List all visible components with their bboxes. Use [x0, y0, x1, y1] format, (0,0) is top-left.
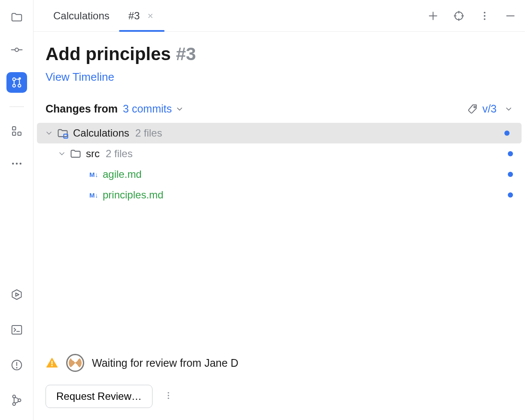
tree-file-name: agile.md [103, 168, 142, 180]
tree-src-count: 2 files [106, 148, 133, 160]
rail-structure-icon[interactable] [6, 121, 27, 141]
pr-title: Add principles #3 [46, 44, 513, 64]
chevron-down-icon[interactable] [44, 128, 54, 138]
change-dot [508, 151, 513, 156]
left-rail [0, 0, 34, 420]
rail-terminal-icon[interactable] [6, 320, 27, 340]
change-dot [508, 192, 513, 198]
svg-point-28 [168, 397, 169, 399]
tree-root-name: Calculations [73, 127, 129, 139]
rail-services-icon[interactable] [6, 284, 27, 305]
close-icon[interactable] [146, 11, 155, 21]
version-dropdown[interactable]: v/3 [467, 103, 513, 115]
rail-project-icon[interactable] [6, 7, 27, 27]
markdown-icon: M↓ [89, 192, 98, 199]
commits-dropdown[interactable]: 3 commits [123, 103, 184, 115]
svg-point-15 [16, 367, 17, 368]
change-dot [508, 172, 513, 177]
new-icon[interactable] [424, 7, 442, 24]
svg-point-4 [18, 77, 21, 80]
tab-pr-label: #3 [128, 10, 140, 22]
warning-icon [46, 356, 58, 369]
svg-marker-11 [12, 290, 21, 300]
svg-point-23 [474, 106, 475, 107]
tab-more-icon[interactable] [476, 7, 493, 24]
pr-title-text: Add principles [46, 44, 171, 64]
tree-src-name: src [86, 148, 100, 160]
rail-commit-icon[interactable] [6, 40, 27, 60]
tree-root-count: 2 files [135, 127, 162, 139]
tab-bar: Calculations #3 [34, 0, 525, 32]
svg-point-25 [51, 365, 52, 366]
svg-rect-13 [12, 326, 21, 334]
tree-file-name: principles.md [103, 189, 163, 201]
folder-icon [70, 148, 82, 160]
tab-pr[interactable]: #3 [119, 0, 165, 31]
svg-point-9 [15, 163, 18, 165]
svg-point-8 [12, 163, 14, 165]
reviewer-avatar[interactable] [66, 354, 84, 372]
rail-vcs-icon[interactable] [6, 390, 27, 411]
tag-icon [467, 103, 478, 115]
tree-file[interactable]: M↓ principles.md [34, 185, 525, 205]
tab-project[interactable]: Calculations [44, 0, 119, 31]
svg-rect-5 [12, 127, 16, 130]
request-review-button[interactable]: Request Review… [46, 385, 153, 408]
review-status-text: Waiting for review from Jane D [92, 357, 238, 369]
changes-tree: Calculations 2 files src 2 files [34, 123, 525, 205]
rail-divider [9, 107, 24, 107]
svg-point-10 [19, 163, 21, 165]
pr-number: #3 [176, 44, 196, 64]
rail-problems-icon[interactable] [6, 355, 27, 375]
svg-point-26 [168, 392, 169, 393]
footer-more-icon[interactable] [164, 390, 173, 403]
rail-pull-requests-icon[interactable] [6, 72, 27, 93]
chevron-down-icon [504, 105, 513, 113]
svg-point-20 [484, 12, 485, 13]
svg-marker-12 [15, 293, 19, 296]
svg-rect-7 [18, 132, 21, 136]
svg-point-27 [168, 395, 169, 396]
version-label: v/3 [482, 103, 497, 115]
module-icon [57, 127, 69, 139]
svg-rect-6 [12, 132, 16, 136]
tree-file[interactable]: M↓ agile.md [34, 164, 525, 185]
tab-project-label: Calculations [53, 10, 110, 22]
main-panel: Calculations #3 [34, 0, 525, 420]
tree-root[interactable]: Calculations 2 files [37, 123, 522, 143]
view-timeline-link[interactable]: View Timeline [46, 70, 114, 84]
minimize-icon[interactable] [502, 7, 519, 24]
commits-count: 3 commits [123, 103, 172, 115]
markdown-icon: M↓ [89, 171, 98, 178]
changes-from-label: Changes from [46, 103, 118, 115]
chevron-down-icon[interactable] [57, 149, 67, 159]
review-status-row: Waiting for review from Jane D [46, 354, 513, 372]
target-icon[interactable] [450, 7, 467, 24]
tree-folder-src[interactable]: src 2 files [34, 143, 525, 164]
change-dot [504, 131, 510, 136]
svg-point-0 [15, 48, 18, 52]
svg-point-21 [484, 15, 485, 17]
rail-more-icon[interactable] [6, 153, 27, 174]
chevron-down-icon [175, 105, 184, 113]
svg-point-22 [484, 18, 485, 20]
